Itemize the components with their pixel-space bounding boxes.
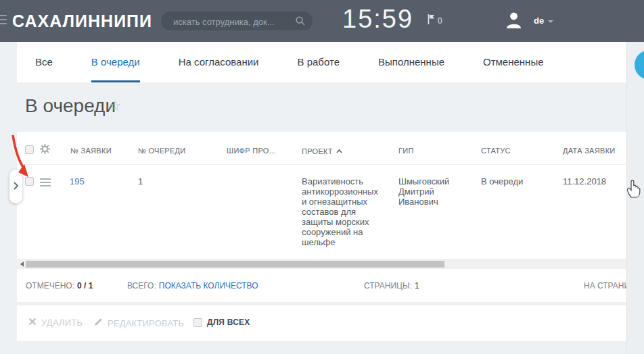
show-count-link[interactable]: ПОКАЗАТЬ КОЛИЧЕСТВО: [159, 281, 258, 290]
user-menu[interactable]: de: [534, 16, 553, 26]
per-page-label: НА СТРАНИЦ: [584, 281, 626, 290]
pages-label: СТРАНИЦЫ:: [364, 281, 412, 290]
user-menu-label: de: [534, 16, 544, 26]
column-header-queue-no[interactable]: № ОЧЕРЕДИ: [138, 147, 186, 155]
column-header-request-no[interactable]: № ЗАЯВКИ: [70, 147, 112, 155]
for-all-control: ДЛЯ ВСЕХ: [193, 318, 250, 327]
notification-count: 0: [438, 16, 442, 26]
search-input[interactable]: [172, 11, 295, 32]
for-all-checkbox[interactable]: [193, 318, 202, 327]
cell-status: В очереди: [481, 176, 523, 186]
pencil-icon: [94, 318, 103, 328]
tab-in-queue[interactable]: В очереди: [91, 42, 140, 82]
cell-project: Вариативность антикоррозионных и огнезащ…: [302, 176, 384, 247]
cell-queue-no: 1: [138, 176, 143, 186]
tab-all[interactable]: Все: [35, 42, 53, 82]
grid-footer: ОТМЕЧЕНО:0 / 1 ВСЕГО:ПОКАЗАТЬ КОЛИЧЕСТВО…: [17, 269, 626, 302]
pages-value: 1: [415, 281, 419, 290]
selected-value: 0 / 1: [77, 281, 93, 290]
total-counter: ВСЕГО:ПОКАЗАТЬ КОЛИЧЕСТВО: [127, 281, 258, 290]
favorite-star-icon[interactable]: ☆: [108, 97, 122, 115]
horizontal-scrollbar[interactable]: [17, 259, 626, 269]
chevron-down-icon: [548, 20, 553, 23]
tab-bar: Все В очереди На согласовании В работе В…: [17, 42, 626, 82]
column-header-request-date[interactable]: ДАТА ЗАЯВКИ: [563, 147, 616, 155]
tab-in-progress[interactable]: В работе: [298, 42, 340, 82]
cell-request-no[interactable]: 195: [70, 176, 85, 186]
right-rail: [626, 42, 644, 354]
scrollbar-left-arrow[interactable]: [20, 261, 24, 267]
selected-counter: ОТМЕЧЕНО:0 / 1: [26, 281, 93, 290]
tab-on-approval[interactable]: На согласовании: [179, 42, 259, 82]
header-divider: [17, 164, 626, 165]
search-box[interactable]: [161, 11, 313, 30]
column-header-gip[interactable]: ГИП: [398, 147, 414, 155]
menu-icon[interactable]: [0, 15, 7, 24]
action-bar: УДАЛИТЬ РЕДАКТИРОВАТЬ ДЛЯ ВСЕХ: [17, 305, 626, 341]
scrollbar-thumb[interactable]: [26, 261, 444, 268]
notifications-button[interactable]: 0: [428, 14, 442, 27]
cell-request-date: 11.12.2018: [563, 176, 606, 186]
column-header-project[interactable]: ПРОЕКТ: [302, 147, 342, 155]
selected-label: ОТМЕЧЕНО:: [26, 281, 74, 290]
grid-settings-gear-icon[interactable]: [40, 144, 50, 157]
row-checkbox[interactable]: [25, 177, 34, 186]
tab-cancelled[interactable]: Отмененные: [483, 42, 544, 82]
delete-button[interactable]: УДАЛИТЬ: [28, 318, 83, 328]
requests-grid: № ЗАЯВКИ № ОЧЕРЕДИ ШИФР ПРО... ПРОЕКТ ГИ…: [17, 132, 626, 259]
x-icon: [28, 318, 37, 328]
page-title: В очереди: [25, 95, 116, 117]
edit-button[interactable]: РЕДАКТИРОВАТЬ: [94, 318, 184, 328]
column-header-status[interactable]: СТАТУС: [481, 147, 511, 155]
column-header-project-label: ПРОЕКТ: [302, 147, 333, 155]
top-bar: САХАЛИННИПИ 15:59 0: [0, 0, 644, 42]
application-window: САХАЛИННИПИ 15:59 0: [0, 0, 644, 354]
clock: 15:59: [342, 5, 413, 34]
column-header-project-code[interactable]: ШИФР ПРО...: [227, 147, 276, 155]
app-logo: САХАЛИННИПИ: [12, 11, 152, 31]
row-menu-icon[interactable]: [40, 178, 51, 186]
cell-gip: Шмыговский Дмитрий Иванович: [398, 176, 459, 207]
search-icon: [295, 16, 306, 29]
edit-button-label: РЕДАКТИРОВАТЬ: [108, 318, 184, 328]
flag-icon: [428, 14, 435, 27]
select-all-checkbox[interactable]: [25, 145, 34, 154]
sort-asc-icon: [336, 147, 342, 155]
total-label: ВСЕГО:: [127, 281, 156, 290]
user-avatar-icon[interactable]: [505, 11, 522, 32]
chevron-right-icon: [14, 180, 18, 193]
pages-counter: СТРАНИЦЫ:1: [364, 281, 419, 290]
expand-panel-button[interactable]: [9, 170, 22, 203]
for-all-label: ДЛЯ ВСЕХ: [207, 318, 250, 327]
tab-completed[interactable]: Выполненные: [378, 42, 444, 82]
delete-button-label: УДАЛИТЬ: [41, 318, 83, 328]
